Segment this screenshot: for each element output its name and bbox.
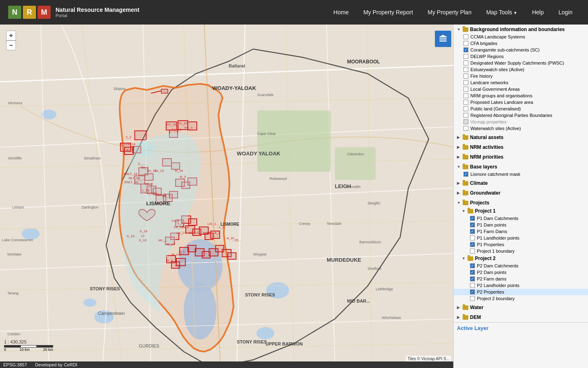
svg-text:L_...: L_... [138, 177, 145, 181]
subgroup-project2-header[interactable]: ▼ Project 2 [454, 254, 588, 263]
nav-home[interactable]: Home [326, 6, 356, 19]
folder-icon-p2 [468, 256, 473, 261]
layer-p2-landholder[interactable]: P2 Landholder points [454, 282, 588, 289]
svg-text:Terang: Terang [7, 291, 19, 295]
layer-p2-boundary[interactable]: Project 2 boundary [454, 295, 588, 302]
layer-p2-properties[interactable]: P2 Properties [454, 289, 588, 295]
nav-login[interactable]: Login [551, 6, 580, 19]
group-nrm-activities-header[interactable]: ▶ NRM activities [454, 143, 588, 151]
layer-waterwatch[interactable]: Waterwatch sites (Active) [454, 125, 588, 132]
layer-p1-dam-points[interactable]: P1 Dam points [454, 222, 588, 228]
layer-p1-landholder[interactable]: P1 Landholder points [454, 235, 588, 241]
layer-panel-scroll[interactable]: ▼ Background information and boundaries … [454, 25, 588, 360]
group-climate-header[interactable]: ▶ Climate [454, 179, 588, 187]
expand-icon-dem: ▶ [457, 315, 461, 319]
checkbox-proposed-lakes[interactable] [463, 100, 468, 105]
layer-lga[interactable]: Local Government Areas [454, 86, 588, 92]
subgroup-project1-header[interactable]: ▼ Project 1 [454, 207, 588, 215]
nav-help[interactable]: Help [525, 6, 551, 19]
layer-corangamite[interactable]: Corangamite sub-catchments (SC) [454, 47, 588, 53]
checkbox-landcare[interactable] [463, 80, 468, 85]
layer-p1-properties[interactable]: P1 Properties [454, 241, 588, 248]
checkbox-waterwatch[interactable] [463, 126, 468, 131]
layer-proposed-lakes[interactable]: Proposed Lakes Landcare area [454, 99, 588, 105]
checkbox-p1-dam-catchments[interactable] [470, 216, 475, 221]
layer-delwp[interactable]: DELWP Regions [454, 53, 588, 60]
checkbox-water-supply[interactable] [463, 61, 468, 65]
checkbox-fire-history[interactable] [463, 74, 468, 79]
checkbox-public-land[interactable] [463, 106, 468, 111]
layers-toggle-button[interactable] [435, 31, 451, 47]
checkbox-ccma[interactable] [463, 34, 468, 39]
layer-vicmap[interactable]: Vicmap properties [454, 119, 588, 125]
layer-cfa[interactable]: CFA brigades [454, 40, 588, 47]
checkbox-p1-farm-dams[interactable] [470, 229, 475, 234]
svg-text:S_18: S_18 [140, 229, 147, 233]
nav-property-report[interactable]: My Property Report [356, 6, 420, 19]
checkbox-p1-dam-points[interactable] [470, 222, 475, 227]
checkbox-vicmap[interactable] [463, 119, 468, 124]
layer-lismore-mask[interactable]: Lismore catchment mask [454, 171, 588, 177]
layer-p2-dam-catchments[interactable]: P2 Dam Catchments [454, 263, 588, 269]
map-credit: Developed by CeRDI [35, 362, 77, 367]
checkbox-aboriginal[interactable] [463, 113, 468, 118]
checkbox-p2-dam-points[interactable] [470, 270, 475, 275]
checkbox-lismore-mask[interactable] [463, 172, 468, 177]
layer-nrm-groups[interactable]: NRM groups and organisations [454, 92, 588, 99]
expand-icon-na: ▶ [457, 135, 461, 139]
map-area[interactable]: Ballarat MOORABOOL WOADY YALOAK LEIGH MU… [0, 25, 453, 368]
layer-estuarywatch[interactable]: Estuarywatch sites (Active) [454, 66, 588, 73]
group-natural-assets-header[interactable]: ▶ Natural assets [454, 133, 588, 141]
layer-p1-dam-catchments[interactable]: P1 Dam Catchments [454, 215, 588, 222]
checkbox-lga[interactable] [463, 87, 468, 92]
layer-p2-dam-points[interactable]: P2 Dam points [454, 269, 588, 276]
svg-text:Lethbridge: Lethbridge [376, 287, 393, 291]
layer-fire-history[interactable]: Fire history [454, 73, 588, 79]
layer-p1-boundary[interactable]: Project 1 boundary [454, 248, 588, 254]
layer-public-land[interactable]: Public land (Generalised) [454, 105, 588, 112]
zoom-out-button[interactable]: − [6, 40, 16, 50]
zoom-in-button[interactable]: + [6, 31, 16, 40]
group-nrm-priorities-header[interactable]: ▶ NRM priorities [454, 153, 588, 161]
checkbox-p1-properties[interactable] [470, 242, 475, 247]
layer-aboriginal[interactable]: Registered Aboriginal Parties Boundaries [454, 112, 588, 119]
checkbox-p1-landholder[interactable] [470, 236, 475, 240]
svg-text:STONY RISES: STONY RISES [237, 339, 267, 344]
checkbox-cfa[interactable] [463, 41, 468, 46]
nav-map-tools[interactable]: Map Tools [479, 6, 525, 19]
checkbox-p2-dam-catchments[interactable] [470, 263, 475, 268]
checkbox-p2-properties[interactable] [470, 289, 475, 294]
layer-panel: ▼ Background information and boundaries … [453, 25, 588, 368]
svg-text:Wickliffe: Wickliffe [8, 156, 22, 160]
checkbox-nrm-groups[interactable] [463, 93, 468, 98]
nav-property-plan[interactable]: My Property Plan [420, 6, 479, 19]
svg-text:Lake Connewarren: Lake Connewarren [2, 238, 33, 242]
checkbox-p2-boundary[interactable] [470, 296, 475, 301]
group-water-header[interactable]: ▶ Water [454, 303, 588, 312]
expand-icon-cl: ▶ [457, 181, 461, 185]
group-dem-header[interactable]: ▶ DEM [454, 313, 588, 321]
checkbox-p2-landholder[interactable] [470, 283, 475, 288]
svg-text:2_2: 2_2 [126, 135, 131, 139]
checkbox-p1-boundary[interactable] [470, 249, 475, 254]
svg-text:A_16: A_16 [203, 231, 210, 235]
group-base-layers-header[interactable]: ▼ Base layers [454, 163, 588, 171]
group-background-header[interactable]: ▼ Background information and boundaries [454, 25, 588, 34]
checkbox-corangamite[interactable] [463, 47, 468, 52]
svg-text:M_1: M_1 [167, 242, 173, 246]
svg-rect-161 [439, 40, 447, 42]
layer-p2-farm-dams[interactable]: P2 Farm dams [454, 276, 588, 282]
map-epsg-bar: EPSG:3857 Developed by CeRDI [0, 361, 453, 368]
layer-p1-farm-dams[interactable]: P1 Farm Dams [454, 228, 588, 235]
checkbox-delwp[interactable] [463, 54, 468, 59]
folder-icon-na [463, 135, 468, 140]
group-nrm-activities: ▶ NRM activities [454, 142, 588, 152]
checkbox-p2-farm-dams[interactable] [470, 276, 475, 281]
group-groundwater-header[interactable]: ▶ Groundwater [454, 189, 588, 197]
layer-ccma[interactable]: CCMA Landscape Systems [454, 34, 588, 40]
layer-water-supply[interactable]: Designated Water Supply Catchments (PWSC… [454, 60, 588, 66]
group-projects-header[interactable]: ▼ Projects [454, 199, 588, 207]
checkbox-estuarywatch[interactable] [463, 67, 468, 72]
layer-landcare[interactable]: Landcare networks [454, 79, 588, 86]
group-nrm-priorities: ▶ NRM priorities [454, 152, 588, 162]
